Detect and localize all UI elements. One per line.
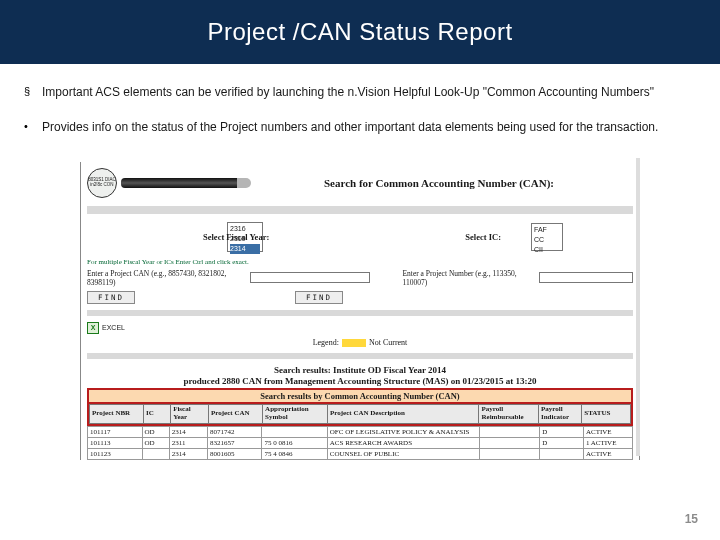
seal-logo: 8031S1 DIAC in2!8c CON <box>87 168 117 198</box>
can-field-label: Enter a Project CAN (e.g., 8857430, 8321… <box>87 269 244 287</box>
legend-swatch <box>342 339 366 347</box>
excel-icon[interactable]: X <box>87 322 99 334</box>
results-table-body: 101117OD23148071742OFC OF LEGISLATIVE PO… <box>87 426 633 460</box>
results-table: Project NBRICFiscal YearProject CANAppro… <box>89 404 631 423</box>
section-header: Search results by Common Accounting Numb… <box>87 388 633 404</box>
fiscal-year-label: Select Fiscal Year: <box>203 232 269 242</box>
divider-bar <box>87 206 633 214</box>
table-row: 101113OD2311832165775 0 0816ACS RESEARCH… <box>88 437 633 448</box>
legend: Legend:Not Current <box>87 338 633 347</box>
table-header-row: Project NBRICFiscal YearProject CANAppro… <box>90 405 631 423</box>
excel-label: EXCEL <box>102 324 125 331</box>
project-input[interactable] <box>539 272 633 283</box>
table-row: 1011232314800160575 4 0846COUNSEL OF PUB… <box>88 448 633 459</box>
bullet-item: Provides info on the status of the Proje… <box>24 119 696 136</box>
table-row: 101117OD23148071742OFC OF LEGISLATIVE PO… <box>88 426 633 437</box>
divider-bar <box>87 353 633 359</box>
page-title: Project /CAN Status Report <box>207 18 512 46</box>
multiselect-hint: For multiple Fiscal Year or ICs Enter Ct… <box>87 258 633 266</box>
results-title: Search results: Institute OD Fiscal Year… <box>87 365 633 387</box>
title-band: Project /CAN Status Report <box>0 0 720 64</box>
pen-graphic <box>121 178 241 188</box>
bullet-item: Important ACS elements can be verified b… <box>24 84 696 101</box>
page-number: 15 <box>685 512 698 526</box>
can-input[interactable] <box>250 272 370 283</box>
bullet-list: Important ACS elements can be verified b… <box>0 64 720 162</box>
embedded-screenshot: 8031S1 DIAC in2!8c CON Search for Common… <box>80 162 640 460</box>
divider-bar <box>87 310 633 316</box>
project-field-label: Enter a Project Number (e.g., 113350, 11… <box>402 269 533 287</box>
ic-select[interactable]: FAF CC CII <box>531 223 563 251</box>
find-button[interactable]: FIND <box>87 291 135 304</box>
search-heading: Search for Common Accounting Number (CAN… <box>245 177 633 189</box>
ic-label: Select IC: <box>465 232 501 242</box>
find-button[interactable]: FIND <box>295 291 343 304</box>
